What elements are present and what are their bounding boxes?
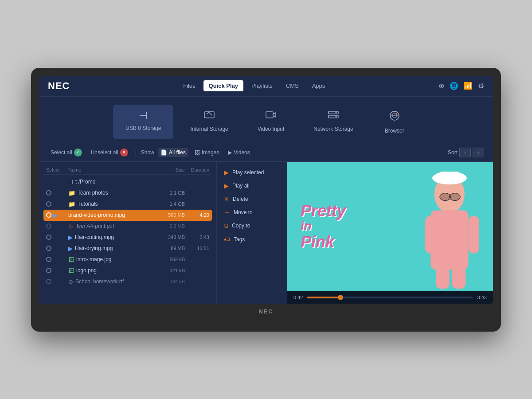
- pretty-text: Pretty: [301, 202, 346, 220]
- video-input-icon: [265, 110, 277, 122]
- tv-screen: NEC Files Quick Play Playlists CMS Apps …: [39, 76, 493, 304]
- svg-rect-2: [329, 111, 338, 114]
- svg-rect-12: [425, 215, 436, 253]
- play-selected-label: Play selected: [232, 169, 264, 176]
- internal-storage-icon: [203, 110, 215, 122]
- move-to-button[interactable]: → Move to: [223, 207, 281, 218]
- file-size: 562 kB: [154, 257, 185, 262]
- tags-label: Tags: [234, 236, 245, 243]
- file-duration: 4:20: [185, 212, 209, 218]
- file-name: Hair-cutting.mpg: [75, 234, 114, 240]
- sort-asc-button[interactable]: ↕: [459, 148, 471, 157]
- file-size: 321 kB: [154, 268, 185, 273]
- progress-fill: [307, 297, 340, 298]
- main-content: Select Name Size Duration ⊣ t /Promo: [39, 162, 493, 304]
- sort-desc-button[interactable]: ↕: [473, 148, 484, 157]
- nav-link-apps[interactable]: Apps: [307, 80, 331, 91]
- video-preview: Pretty in Pink 0:42 3:43: [287, 162, 493, 304]
- list-item[interactable]: ▶ Hair-drying.mpg 89 MB 12:01: [43, 243, 212, 254]
- images-button[interactable]: 🖼 Images: [192, 148, 222, 157]
- file-name: Tutorials: [78, 201, 98, 207]
- select-all-label: Select all: [51, 149, 72, 156]
- video-icon: ▶: [53, 212, 58, 219]
- file-name: flyer A4-print.pdf: [75, 223, 114, 229]
- move-to-label: Move to: [234, 209, 253, 215]
- file-name: intro-image.jpg: [76, 256, 111, 262]
- path-label: t /Promo: [75, 179, 95, 185]
- tv-shell: NEC Files Quick Play Playlists CMS Apps …: [31, 68, 501, 332]
- filter-bar: Select all ✓ Unselect all ✕ | Show 📄 All…: [39, 144, 493, 162]
- copy-to-button[interactable]: ⧉ Copy to: [223, 220, 281, 231]
- nav-icons: ⊕ 🌐 📶 ⚙: [438, 82, 484, 90]
- list-item[interactable]: 📁 Tutorials 1.4 GB: [43, 199, 212, 210]
- wifi-icon[interactable]: 📶: [464, 82, 473, 90]
- person-icon[interactable]: ⊕: [438, 82, 444, 90]
- nav-logo: NEC: [48, 80, 70, 92]
- nav-link-quickplay[interactable]: Quick Play: [203, 80, 243, 91]
- videos-icon: ▶: [228, 149, 232, 156]
- progress-bar[interactable]: [307, 297, 473, 298]
- nav-link-files[interactable]: Files: [178, 80, 200, 91]
- list-item[interactable]: 📁 Team photos 1.1 GB: [43, 188, 212, 199]
- list-item[interactable]: ⊘ flyer A4-print.pdf 2.3 MB: [43, 221, 212, 232]
- list-item[interactable]: ⊘ School homework.rtf 334 kB: [43, 276, 212, 287]
- storage-network[interactable]: Network Storage: [301, 105, 365, 139]
- usb-icon: ⊣: [139, 110, 148, 121]
- play-selected-button[interactable]: ▶ Play selected: [223, 167, 281, 178]
- storage-usb[interactable]: ⊣ USB 0 Storage: [113, 105, 173, 139]
- svg-point-8: [395, 113, 397, 115]
- unselect-all-button[interactable]: Unselect all ✕: [88, 147, 131, 158]
- tags-button[interactable]: 🏷 Tags: [223, 234, 281, 245]
- nav-link-playlists[interactable]: Playlists: [246, 80, 278, 91]
- svg-rect-13: [468, 215, 479, 253]
- time-current: 0:42: [293, 295, 303, 300]
- globe-icon[interactable]: 🌐: [450, 82, 458, 90]
- list-item[interactable]: ▶ Hair-cutting.mpg 343 MB 3:43: [43, 232, 212, 243]
- storage-internal[interactable]: Internal Storage: [178, 105, 240, 139]
- file-name: brand-video-promo.mpg: [68, 212, 125, 218]
- list-item[interactable]: 🖼 intro-image.jpg 562 kB: [43, 254, 212, 265]
- progress-thumb[interactable]: [338, 295, 343, 300]
- file-size: 334 kB: [154, 279, 185, 284]
- play-all-icon: ▶: [224, 182, 229, 189]
- unselect-all-label: Unselect all: [91, 149, 118, 156]
- browser-icon: [389, 110, 400, 124]
- svg-rect-1: [266, 112, 273, 118]
- delete-button[interactable]: ✕ Delete: [223, 194, 281, 204]
- radio-dot: [46, 190, 51, 196]
- videos-button[interactable]: ▶ Videos: [225, 148, 252, 157]
- usb-small-icon: ⊣: [68, 179, 73, 185]
- path-row[interactable]: ⊣ t /Promo: [43, 176, 212, 188]
- header-name: Name: [68, 167, 154, 172]
- network-storage-icon: [328, 110, 339, 122]
- pretty-pink-overlay: Pretty in Pink: [301, 202, 346, 251]
- tags-icon: 🏷: [224, 236, 230, 243]
- all-files-label: All files: [169, 149, 186, 156]
- file-name: Hair-drying.mpg: [75, 245, 113, 251]
- file-name: logo.png: [76, 267, 97, 274]
- svg-rect-11: [430, 210, 468, 270]
- sort-controls: Sort ↕ ↕: [448, 148, 484, 157]
- file-name: School homework.rtf: [75, 278, 124, 285]
- header-duration: Duration: [185, 167, 209, 172]
- file-list-header: Select Name Size Duration: [43, 165, 212, 175]
- nav-link-cms[interactable]: CMS: [281, 80, 304, 91]
- file-list-panel: Select Name Size Duration ⊣ t /Promo: [39, 162, 216, 304]
- radio-dot: [46, 235, 51, 240]
- list-item[interactable]: ▶ brand-video-promo.mpg 560 MB 4:20: [43, 210, 212, 221]
- doc-icon: ⊘: [68, 278, 73, 285]
- storage-browser[interactable]: Browser: [370, 105, 419, 139]
- play-all-button[interactable]: ▶ Play all: [223, 180, 281, 191]
- gear-icon[interactable]: ⚙: [478, 82, 484, 90]
- svg-point-4: [335, 112, 336, 113]
- header-size: Size: [154, 167, 185, 172]
- select-all-button[interactable]: Select all ✓: [48, 147, 85, 158]
- svg-rect-14: [436, 267, 449, 289]
- file-size: 89 MB: [154, 246, 185, 251]
- pink-text: Pink: [301, 233, 346, 251]
- all-files-button[interactable]: 📄 All files: [158, 148, 188, 157]
- list-item[interactable]: 🖼 logo.png 321 kB: [43, 265, 212, 276]
- storage-video-input[interactable]: Video Input: [245, 105, 297, 139]
- move-to-icon: →: [224, 209, 230, 216]
- file-size: 343 MB: [154, 235, 185, 240]
